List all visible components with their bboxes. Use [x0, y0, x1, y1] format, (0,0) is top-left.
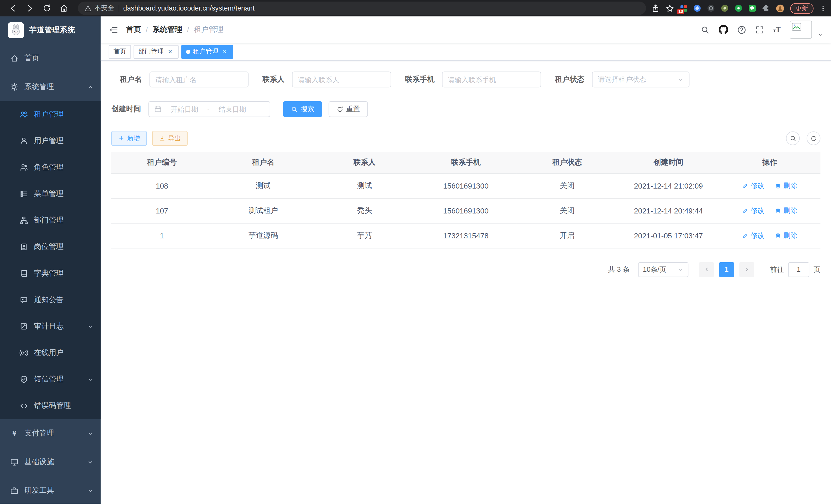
column-header-actions: 操作 — [719, 152, 820, 173]
sidebar-item-audit-log[interactable]: 审计日志 — [0, 313, 101, 339]
sidebar-item-label: 用户管理 — [34, 136, 64, 146]
cell-tenant-name: 测试 — [212, 173, 314, 198]
delete-button[interactable]: 删除 — [775, 231, 797, 240]
start-date-input[interactable] — [165, 105, 204, 113]
tags-view: 首页 部门管理 × 租户管理 × — [101, 43, 831, 61]
sidebar-item-notice[interactable]: 通知公告 — [0, 287, 101, 313]
sidebar-item-online-users[interactable]: 在线用户 — [0, 339, 101, 366]
profile-avatar[interactable] — [776, 4, 784, 12]
current-page-button[interactable]: 1 — [719, 262, 734, 277]
sidebar-item-tenant[interactable]: 租户管理 — [0, 101, 101, 128]
refresh-table-button[interactable] — [807, 131, 821, 145]
tag-tenant-active[interactable]: 租户管理 × — [181, 45, 233, 59]
sidebar-item-sms[interactable]: 短信管理 — [0, 366, 101, 392]
sidebar-item-system[interactable]: 系统管理 — [0, 73, 101, 101]
chat-extension-icon[interactable] — [748, 4, 756, 12]
extension-with-badge-icon[interactable]: 10 — [680, 5, 687, 12]
sidebar-item-dept[interactable]: 部门管理 — [0, 207, 101, 234]
back-icon[interactable] — [8, 4, 18, 12]
goto-page-input[interactable] — [788, 262, 809, 277]
add-button[interactable]: 新增 — [111, 131, 147, 146]
gear-icon — [10, 83, 19, 91]
page-size-select[interactable]: 10条/页 — [638, 262, 688, 277]
help-icon[interactable] — [737, 25, 746, 34]
search-button[interactable]: 搜索 — [283, 101, 322, 117]
breadcrumb-system[interactable]: 系统管理 — [153, 25, 182, 34]
home-nav-icon[interactable] — [59, 4, 68, 12]
sidebar-item-error-code[interactable]: 错误码管理 — [0, 392, 101, 419]
tag-home[interactable]: 首页 — [109, 45, 131, 59]
sidebar-item-label: 基础设施 — [24, 457, 54, 467]
sidebar-item-post[interactable]: 岗位管理 — [0, 234, 101, 260]
reload-icon[interactable] — [42, 4, 51, 12]
tag-label: 首页 — [113, 47, 126, 56]
cell-mobile: 17321315478 — [415, 223, 516, 248]
github-icon[interactable] — [719, 25, 728, 34]
edit-button[interactable]: 修改 — [742, 206, 765, 215]
table-row: 108 测试 测试 15601691300 关闭 2021-12-14 21:0… — [111, 173, 821, 198]
sidebar-item-label: 系统管理 — [24, 82, 54, 92]
breadcrumb-home[interactable]: 首页 — [126, 25, 141, 34]
caret-down-icon[interactable] — [818, 33, 823, 39]
edit-button[interactable]: 修改 — [742, 181, 765, 190]
refresh-icon — [810, 135, 817, 142]
tenant-name-label: 租户名 — [111, 75, 142, 84]
update-button[interactable]: 更新 — [790, 3, 813, 13]
fullscreen-icon[interactable] — [755, 25, 764, 34]
mobile-input-wrap — [442, 71, 541, 87]
address-bar[interactable]: 不安全 dashboard.yudao.iocoder.cn/system/te… — [78, 2, 646, 15]
column-header-mobile: 联系手机 — [415, 152, 516, 173]
font-size-icon[interactable]: тT — [773, 25, 781, 34]
calendar-icon — [154, 105, 162, 113]
forward-icon[interactable] — [25, 4, 34, 12]
end-date-input[interactable] — [213, 105, 252, 113]
mobile-input[interactable] — [448, 76, 535, 84]
bookmark-star-icon[interactable] — [666, 4, 674, 12]
toggle-search-button[interactable] — [786, 131, 800, 145]
page-size-label: 10条/页 — [643, 265, 666, 274]
search-icon[interactable] — [700, 25, 710, 34]
logo-row[interactable]: 芋道管理系统 — [0, 17, 101, 44]
sidebar-item-role[interactable]: 角色管理 — [0, 154, 101, 181]
kebab-menu-icon[interactable] — [820, 5, 827, 12]
sidebar-item-infra[interactable]: 基础设施 — [0, 448, 101, 476]
url-text[interactable]: dashboard.yudao.iocoder.cn/system/tenant — [123, 4, 255, 12]
tag-dept[interactable]: 部门管理 × — [134, 45, 179, 59]
dark-extension-icon[interactable] — [707, 4, 715, 12]
reset-button[interactable]: 重置 — [328, 101, 368, 117]
security-indicator[interactable]: 不安全 — [84, 4, 114, 12]
olive-extension-icon[interactable] — [721, 4, 729, 12]
export-button[interactable]: 导出 — [152, 131, 188, 146]
puzzle-icon[interactable] — [762, 4, 770, 12]
date-range-picker[interactable]: - — [148, 101, 270, 117]
app-shell: 芋道管理系统 首页 系统管理 租户管理 用户管理 — [0, 17, 831, 504]
status-select[interactable]: 请选择租户状态 — [592, 71, 690, 87]
blue-extension-icon[interactable] — [693, 4, 701, 12]
broken-image-icon — [792, 23, 801, 31]
sidebar-item-dict[interactable]: 字典管理 — [0, 260, 101, 287]
contact-input[interactable] — [298, 76, 385, 84]
prev-page-button[interactable] — [699, 262, 714, 277]
delete-button[interactable]: 删除 — [775, 181, 797, 190]
close-icon[interactable]: × — [221, 48, 228, 56]
tenant-name-input[interactable] — [155, 76, 242, 84]
sidebar-item-menu[interactable]: 菜单管理 — [0, 181, 101, 207]
sidebar-item-user[interactable]: 用户管理 — [0, 128, 101, 154]
book-icon — [20, 269, 28, 278]
audit-log-icon — [20, 322, 28, 331]
sidebar-item-pay[interactable]: ¥ 支付管理 — [0, 419, 101, 447]
share-icon[interactable] — [651, 4, 660, 12]
edit-label: 修改 — [751, 206, 765, 215]
sidebar-item-label: 短信管理 — [34, 375, 64, 384]
green-extension-icon[interactable] — [735, 4, 743, 12]
edit-button[interactable]: 修改 — [742, 231, 765, 240]
user-avatar[interactable] — [790, 21, 812, 38]
delete-button[interactable]: 删除 — [775, 206, 797, 215]
close-icon[interactable]: × — [167, 48, 174, 56]
trash-icon — [775, 232, 781, 239]
filter-create-time: 创建时间 - — [111, 101, 270, 117]
sidebar-toggle[interactable] — [109, 25, 118, 34]
sidebar-item-home[interactable]: 首页 — [0, 44, 101, 72]
sidebar-item-dev-tools[interactable]: 研发工具 — [0, 476, 101, 504]
next-page-button[interactable] — [739, 262, 754, 277]
